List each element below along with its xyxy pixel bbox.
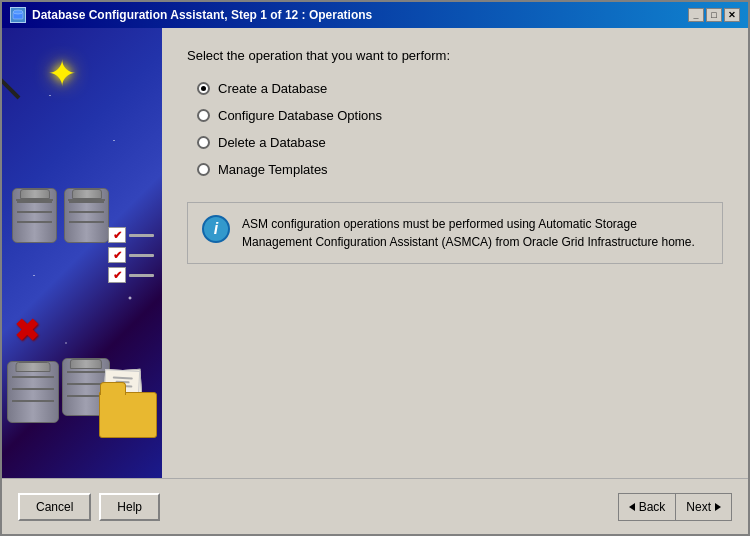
radio-create-label: Create a Database <box>218 81 327 96</box>
next-button[interactable]: Next <box>676 494 731 520</box>
side-illustration: ✔ ✔ ✔ ✖ <box>2 28 162 478</box>
svg-point-1 <box>13 10 23 14</box>
title-bar: Database Configuration Assistant, Step 1… <box>2 2 748 28</box>
back-label: Back <box>639 500 666 514</box>
next-arrow-icon <box>715 503 721 511</box>
info-box: i ASM configuration operations must be p… <box>187 202 723 264</box>
radio-manage-input[interactable] <box>197 163 210 176</box>
maximize-button[interactable]: □ <box>706 8 722 22</box>
bottom-bar: Cancel Help Back Next <box>2 478 748 534</box>
prompt-text: Select the operation that you want to pe… <box>187 48 723 63</box>
spark-icon <box>52 53 102 103</box>
radio-manage[interactable]: Manage Templates <box>197 162 723 177</box>
radio-manage-label: Manage Templates <box>218 162 328 177</box>
content-area: ✔ ✔ ✔ ✖ <box>2 28 748 478</box>
main-content: Select the operation that you want to pe… <box>162 28 748 478</box>
barrel-icon-1 <box>12 188 57 243</box>
main-window: Database Configuration Assistant, Step 1… <box>0 0 750 536</box>
radio-configure-label: Configure Database Options <box>218 108 382 123</box>
radio-delete[interactable]: Delete a Database <box>197 135 723 150</box>
close-button[interactable]: ✕ <box>724 8 740 22</box>
back-button[interactable]: Back <box>619 494 677 520</box>
radio-delete-input[interactable] <box>197 136 210 149</box>
checklist-icon: ✔ ✔ ✔ <box>108 227 154 283</box>
bottom-right-buttons: Back Next <box>618 493 732 521</box>
radio-group: Create a Database Configure Database Opt… <box>197 81 723 177</box>
title-bar-left: Database Configuration Assistant, Step 1… <box>10 7 372 23</box>
info-icon: i <box>202 215 230 243</box>
bottom-left-buttons: Cancel Help <box>18 493 160 521</box>
radio-delete-label: Delete a Database <box>218 135 326 150</box>
barrel-icon-3 <box>7 361 59 423</box>
radio-configure-input[interactable] <box>197 109 210 122</box>
barrel-icon-2 <box>64 188 109 243</box>
title-bar-controls: _ □ ✕ <box>688 8 740 22</box>
cancel-button[interactable]: Cancel <box>18 493 91 521</box>
next-label: Next <box>686 500 711 514</box>
app-icon <box>10 7 26 23</box>
info-text: ASM configuration operations must be per… <box>242 215 708 251</box>
minimize-button[interactable]: _ <box>688 8 704 22</box>
wand-icon <box>2 54 20 99</box>
window-title: Database Configuration Assistant, Step 1… <box>32 8 372 22</box>
radio-create[interactable]: Create a Database <box>197 81 723 96</box>
back-arrow-icon <box>629 503 635 511</box>
xmark-icon: ✖ <box>14 313 39 348</box>
radio-create-input[interactable] <box>197 82 210 95</box>
help-button[interactable]: Help <box>99 493 160 521</box>
folder-docs-icon <box>99 392 157 438</box>
radio-configure[interactable]: Configure Database Options <box>197 108 723 123</box>
back-next-group: Back Next <box>618 493 732 521</box>
